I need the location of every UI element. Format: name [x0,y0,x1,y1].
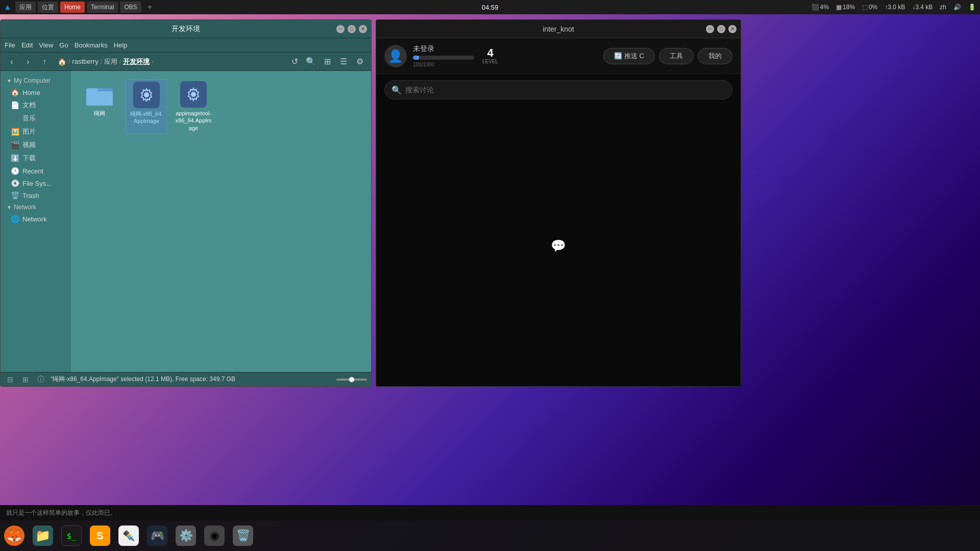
arch-logo[interactable]: ▲ [2,2,13,13]
dock-inkscape[interactable]: ✒️ [115,522,142,549]
network-arrow: ▼ [7,205,12,210]
zoom-slider[interactable] [336,379,367,381]
terminal-text: 就只是一个这样简单的故事，仅此而已。 [6,509,116,517]
appimage-label-shengwang: 绳网-x86_64.AppImage [129,110,164,125]
battery-icon[interactable]: 🔋 [966,4,978,11]
dock-sublime[interactable]: S [87,522,113,549]
folder-icon-shengwang [86,81,113,108]
sidebar-filesystem-label: File Sys... [22,180,52,187]
menu-edit[interactable]: Edit [21,41,33,49]
breadcrumb-rastberry[interactable]: rastberry [72,58,98,65]
user-info: 未登录 100/1000 [413,44,474,67]
ik-user-header: 👤 未登录 100/1000 4 LEVEL 🔄 推送 C 工具 [376,38,741,74]
fm-statusbar: ⊟ ⊞ ⓘ "绳网-x86_64.AppImage" selected (12.… [1,372,371,386]
trash-icon: 🗑️ [11,191,19,199]
search-input[interactable] [384,80,732,99]
window-controls: ─ □ ✕ [336,25,367,33]
ik-maximize-button[interactable]: □ [717,25,725,33]
trash-dock-icon: 🗑️ [233,525,253,546]
minimize-button[interactable]: ─ [336,25,345,33]
taskbar-places-btn[interactable]: 位置 [38,2,58,13]
taskbar-add-btn[interactable]: + [143,2,156,13]
gear-icon-2 [185,86,202,103]
maximize-button[interactable]: □ [348,25,356,33]
sidebar-item-recent[interactable]: 🕐 Recent [1,165,71,177]
inter-knot-window: inter_knot ─ □ ✕ 👤 未登录 100/1000 4 LEVEL [376,19,741,387]
grid-view-button[interactable]: ⊞ [320,55,334,69]
file-item-folder-shengwang[interactable]: 绳网 [79,79,120,134]
up-button[interactable]: ↑ [37,55,52,69]
push-icon: 🔄 [614,52,622,60]
taskbar-terminal-btn[interactable]: Terminal [87,2,118,13]
forward-button[interactable]: › [21,55,35,69]
home-breadcrumb-icon: 🏠 [58,58,66,66]
dock-terminal[interactable]: $_ [58,522,85,549]
breadcrumb-apps[interactable]: 应用 [104,57,117,66]
sidebar-item-home[interactable]: 🏠 Home [1,86,71,98]
sidebar-section-network[interactable]: ▼ Network [1,202,71,213]
dock-steam[interactable]: 🎮 [144,522,170,549]
dock-app2[interactable]: ◉ [201,522,228,549]
sidebar-section-my-computer[interactable]: ▼ My Computer [1,75,71,86]
steam-icon: 🎮 [147,525,167,546]
ime-indicator[interactable]: zh [938,4,948,11]
ik-close-button[interactable]: ✕ [728,25,737,33]
network-header-label: Network [14,204,36,211]
toolbar: ‹ › ↑ 🏠 / rastberry / 应用 / 开发环境 › ↺ 🔍 ⊞ … [1,53,371,71]
info-btn[interactable]: ⓘ [35,374,46,385]
volume-icon[interactable]: 🔊 [951,4,963,11]
toggle-sidebar-btn[interactable]: ⊟ [5,374,16,385]
sidebar-downloads-label: 下载 [22,154,36,163]
my-button[interactable]: 我的 [698,48,732,64]
back-button[interactable]: ‹ [5,55,19,69]
dock-files[interactable]: 📁 [30,522,56,549]
menu-bookmarks[interactable]: Bookmarks [75,41,108,49]
sidebar-item-downloads[interactable]: ⬇️ 下载 [1,152,71,165]
breadcrumb: 🏠 / rastberry / 应用 / 开发环境 › [54,57,285,66]
sidebar-item-documents[interactable]: 📄 文档 [1,98,71,112]
taskbar-home-btn[interactable]: Home [60,2,85,13]
search-button[interactable]: 🔍 [304,55,318,69]
progress-text: 100/1000 [413,62,474,67]
sidebar-item-filesystem[interactable]: 💽 File Sys... [1,177,71,189]
tools-button[interactable]: 工具 [659,48,694,64]
menu-go[interactable]: Go [59,41,68,49]
empty-icon: 💬 [551,239,566,253]
menu-file[interactable]: File [5,41,15,49]
close-button[interactable]: ✕ [359,25,367,33]
sidebar-item-network[interactable]: 🌐 Network [1,213,71,225]
collapse-arrow: ▼ [7,78,12,84]
net-down: ↓3.4 kB [910,4,935,11]
properties-button[interactable]: ⚙ [353,55,367,69]
breadcrumb-current[interactable]: 开发环境 [123,57,150,66]
file-manager-window: 开发环境 ─ □ ✕ File Edit View Go Bookmarks H… [0,19,372,387]
list-view-button[interactable]: ☰ [336,55,351,69]
arch-icon: ▲ [4,3,12,12]
sidebar-item-videos[interactable]: 🎬 视频 [1,138,71,152]
my-label: 我的 [708,52,722,61]
home-icon: 🏠 [11,88,19,96]
terminal-bar: 就只是一个这样简单的故事，仅此而已。 [0,505,980,520]
gear-icon [138,87,155,103]
sidebar-item-trash[interactable]: 🗑️ Trash [1,189,71,202]
taskbar-apps-btn[interactable]: 应用 [15,2,36,13]
sidebar-item-music[interactable]: 🎵 音乐 [1,112,71,125]
level-progress-fill [413,56,419,60]
file-item-shengwang-appimage[interactable]: 绳网-x86_64.AppImage [126,79,167,134]
ik-search-area: 🔍 [376,74,741,106]
dock-settings[interactable]: ⚙️ [173,522,199,549]
push-button[interactable]: 🔄 推送 C [603,48,655,64]
reload-button[interactable]: ↺ [287,55,302,69]
ram-usage: ▦ 18% [834,4,857,11]
dock-trash[interactable]: 🗑️ [230,522,256,549]
sidebar-item-pictures[interactable]: 🖼️ 图片 [1,125,71,138]
dock: 🦊 📁 $_ S ✒️ 🎮 [0,520,257,551]
ik-minimize-button[interactable]: ─ [706,25,714,33]
taskbar-obs-btn[interactable]: OBS [120,2,141,13]
svg-point-3 [144,92,149,97]
menu-view[interactable]: View [39,41,53,49]
dock-firefox[interactable]: 🦊 [1,522,28,549]
menu-help[interactable]: Help [114,41,128,49]
file-item-appimagetool[interactable]: appimagetool-x86_64.AppImage [173,79,214,134]
sort-btn[interactable]: ⊞ [20,374,31,385]
